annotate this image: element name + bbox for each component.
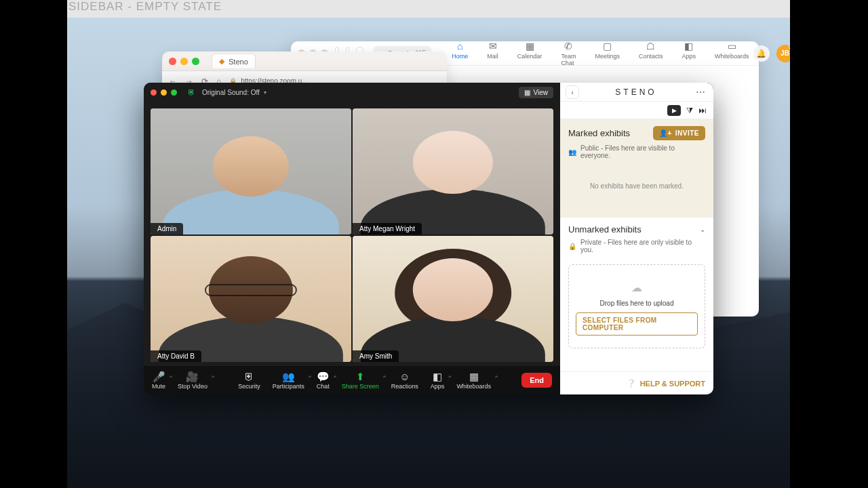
chevron-up-icon[interactable]: ^: [495, 374, 498, 380]
participant-tile[interactable]: Atty David B: [151, 236, 351, 362]
participant-tile[interactable]: Amy Smith: [353, 236, 553, 362]
microphone-icon: 🎤: [153, 371, 165, 382]
tab-label: Contacts: [639, 53, 663, 60]
record-indicator[interactable]: ▶: [667, 105, 681, 116]
smile-icon: ☺: [399, 371, 410, 382]
profile-avatar[interactable]: JB: [776, 45, 791, 62]
ellipsis-icon: ⋯: [696, 87, 705, 98]
participants-button[interactable]: 👥Participants^: [273, 371, 304, 390]
tab-whiteboards[interactable]: ▭Whiteboards: [715, 41, 749, 66]
participant-name: Admin: [151, 223, 183, 235]
tab-label: Mail: [487, 53, 498, 60]
control-label: Security: [238, 383, 260, 390]
steno-sidebar: ‹ STENO ⋯ ▶ ⧩ ⏭ Marked exhibits 👤+: [560, 83, 713, 394]
tab-home[interactable]: ⌂Home: [452, 41, 468, 66]
participant-tile[interactable]: Admin: [151, 108, 351, 235]
window-traffic-lights[interactable]: [169, 58, 199, 65]
marked-exhibits-section: Marked exhibits 👤+ INVITE 👥 Public - Fil…: [560, 119, 713, 217]
skip-button[interactable]: ⏭: [698, 106, 707, 115]
help-support-link[interactable]: ❔ HELP & SUPPORT: [560, 371, 713, 394]
chevron-up-icon[interactable]: ^: [383, 374, 386, 380]
select-files-button[interactable]: SELECT FILES FROM COMPUTER: [576, 312, 698, 336]
stop-video-button[interactable]: 🎥Stop Video^: [178, 371, 208, 390]
control-label: Participants: [273, 383, 304, 390]
tab-apps[interactable]: ◧Apps: [682, 41, 696, 66]
view-button[interactable]: ▦ View: [519, 87, 554, 98]
tab-label: Team Chat: [561, 53, 576, 66]
section-title: Marked exhibits: [568, 128, 630, 138]
apps-button[interactable]: ◧Apps^: [431, 371, 445, 390]
whiteboards-button[interactable]: ▦Whiteboards^: [456, 371, 491, 390]
filter-button[interactable]: ⧩: [686, 106, 693, 115]
zoom-meeting-window: ⛨ Original Sound: Off ▾ ▦ View: [144, 83, 713, 394]
tab-mail[interactable]: ✉Mail: [487, 41, 498, 66]
control-label: Whiteboards: [456, 383, 491, 390]
participant-name: Amy Smith: [353, 350, 399, 362]
chevron-up-icon[interactable]: ^: [449, 374, 452, 380]
shield-icon: ⛨: [244, 371, 254, 382]
mail-icon: ✉: [488, 41, 498, 52]
back-button[interactable]: ‹: [566, 85, 579, 99]
control-label: Apps: [431, 383, 445, 390]
visibility-text: Public - Files here are visible to every…: [580, 144, 705, 159]
meeting-controls: 🎤Mute^ 🎥Stop Video^ ⛨Security 👥Participa…: [144, 366, 560, 394]
more-button[interactable]: ⋯: [693, 87, 708, 98]
chevron-up-icon[interactable]: ^: [170, 374, 172, 380]
invite-label: INVITE: [675, 129, 699, 137]
play-icon: ▶: [672, 107, 677, 114]
person-add-icon: 👤+: [659, 129, 672, 137]
chevron-up-icon[interactable]: ^: [309, 374, 311, 380]
share-screen-button[interactable]: ⬆Share Screen^: [342, 371, 379, 390]
collapse-toggle[interactable]: ⌄: [700, 226, 705, 233]
video-icon: ▢: [602, 41, 613, 52]
steno-brand: STENO: [585, 87, 688, 97]
tab-label: Home: [452, 53, 468, 60]
visibility-text: Private - Files here are only visible to…: [580, 239, 705, 253]
contacts-icon: ☖: [646, 41, 656, 52]
participant-tile[interactable]: Atty Megan Wright: [353, 108, 553, 235]
calendar-icon: ▦: [524, 41, 535, 52]
chat-icon: ✆: [563, 41, 574, 52]
encryption-shield-icon[interactable]: ⛨: [188, 88, 195, 96]
section-title: Unmarked exhibits: [568, 224, 642, 235]
chevron-left-icon: ‹: [571, 88, 574, 96]
invite-button[interactable]: 👤+ INVITE: [653, 126, 705, 140]
drop-hint: Drop files here to upload: [600, 300, 674, 307]
camera-icon: 🎥: [186, 371, 199, 382]
chevron-up-icon[interactable]: ^: [334, 374, 336, 380]
lock-icon: 🔒: [568, 243, 576, 250]
upload-dropzone[interactable]: ☁ Drop files here to upload SELECT FILES…: [568, 264, 705, 348]
security-button[interactable]: ⛨Security: [238, 371, 260, 390]
tab-calendar[interactable]: ▦Calendar: [517, 41, 542, 66]
video-grid: Admin Atty Megan Wright Atty David B: [144, 102, 560, 366]
window-traffic-lights[interactable]: [151, 89, 177, 96]
chat-button[interactable]: 💬Chat^: [317, 371, 330, 390]
chat-icon: 💬: [317, 371, 330, 382]
end-meeting-button[interactable]: End: [521, 373, 552, 388]
notifications-button[interactable]: 🔔: [753, 45, 770, 62]
marked-empty-state: No exhibits have been marked.: [568, 159, 705, 213]
chevron-up-icon[interactable]: ^: [212, 374, 214, 380]
tab-contacts[interactable]: ☖Contacts: [639, 41, 663, 66]
spec-title: SIDEBAR - EMPTY STATE: [67, 0, 222, 18]
desktop-wallpaper: ‹ › ⌄ ⌕ Search ⌘F ⌂Home ✉Mail ▦Calendar …: [67, 18, 790, 488]
tab-label: Apps: [682, 53, 696, 60]
unmarked-exhibits-section: Unmarked exhibits ⌄ 🔒 Private - Files he…: [560, 217, 713, 258]
tab-meetings[interactable]: ▢Meetings: [595, 41, 620, 66]
help-label: HELP & SUPPORT: [640, 380, 705, 388]
apps-icon: ◧: [433, 371, 442, 382]
tab-title: Steno: [229, 58, 248, 66]
zoom-tab-bar: ⌂Home ✉Mail ▦Calendar ✆Team Chat ▢Meetin…: [452, 41, 749, 66]
reactions-button[interactable]: ☺Reactions: [391, 371, 418, 390]
browser-tab[interactable]: ◆ Steno: [212, 54, 256, 68]
tab-team-chat[interactable]: ✆Team Chat: [561, 41, 576, 66]
original-sound-toggle[interactable]: Original Sound: Off ▾: [202, 89, 267, 96]
tab-label: Calendar: [517, 53, 542, 60]
whiteboard-icon: ▭: [726, 41, 737, 52]
control-label: Stop Video: [178, 383, 208, 390]
tab-label: Meetings: [595, 53, 620, 60]
mute-button[interactable]: 🎤Mute^: [152, 371, 165, 390]
control-label: Reactions: [391, 383, 418, 390]
tab-label: Whiteboards: [715, 53, 749, 60]
grid-icon: ▦: [469, 371, 479, 382]
